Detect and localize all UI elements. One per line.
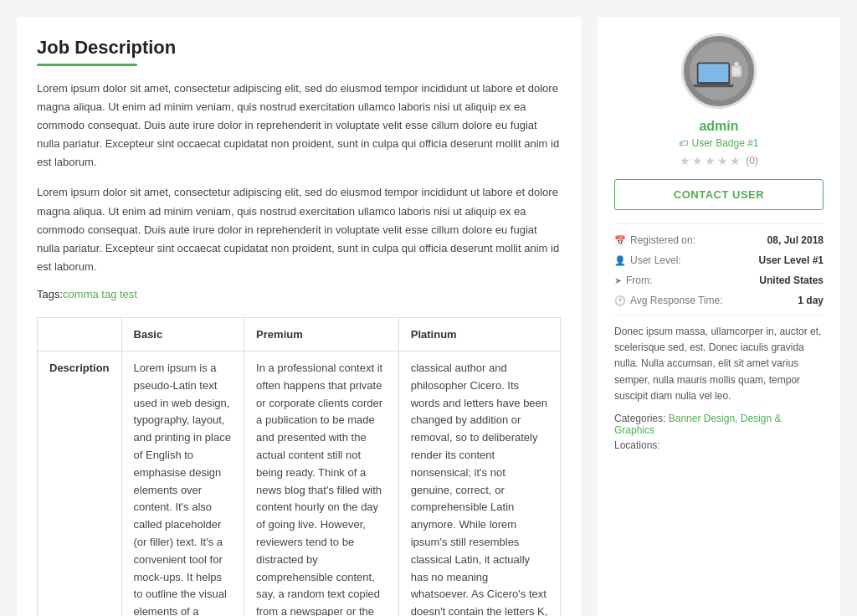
user-badge-text: User Badge #1: [691, 137, 758, 149]
description-row-label: Description: [38, 351, 122, 616]
registered-row: 📅 Registered on: 08, Jul 2018: [614, 234, 824, 246]
job-description-para-1: Lorem ipsum dolor sit amet, consectetur …: [37, 80, 561, 172]
job-description-para-2: Lorem ipsum dolor sit amet, consectetur …: [37, 183, 561, 275]
table-header-basic: Basic: [121, 317, 244, 351]
from-row: ➤ From: United States: [614, 275, 824, 286]
sidebar: admin 🏷 User Badge #1 ★ ★ ★ ★ ★ (0) CONT…: [598, 17, 840, 616]
user-meta: 📅 Registered on: 08, Jul 2018 👤 User Lev…: [614, 223, 824, 306]
avatar: [681, 33, 757, 109]
user-name: admin: [614, 119, 824, 134]
title-underline: [37, 64, 137, 66]
star-2: ★: [692, 154, 703, 167]
locations-line: Locations:: [614, 439, 824, 451]
table-header-empty: [38, 317, 122, 351]
star-3: ★: [705, 154, 716, 167]
user-icon: 👤: [614, 255, 626, 266]
badge-icon: 🏷: [679, 138, 688, 148]
registered-label: 📅 Registered on:: [614, 234, 695, 246]
from-value: United States: [759, 275, 824, 286]
avg-response-row: 🕐 Avg Response Time: 1 day: [614, 295, 824, 306]
from-label: ➤ From:: [614, 275, 652, 286]
tags-label: Tags:: [37, 288, 63, 300]
user-level-value: User Level #1: [759, 254, 824, 266]
rating-count: (0): [746, 155, 758, 167]
avg-response-label: 🕐 Avg Response Time:: [614, 295, 723, 306]
main-content: Job Description Lorem ipsum dolor sit am…: [17, 17, 581, 616]
star-rating: ★ ★ ★ ★ ★ (0): [614, 154, 824, 167]
calendar-icon: 📅: [614, 235, 626, 246]
desc-premium: In a professional context it often happe…: [244, 351, 399, 616]
table-header-premium: Premium: [244, 317, 399, 351]
table-header-platinum: Platinum: [398, 317, 560, 351]
svg-rect-2: [699, 64, 729, 82]
location-icon: ➤: [614, 275, 622, 286]
star-1: ★: [680, 154, 690, 167]
star-5: ★: [730, 154, 741, 167]
avg-response-value: 1 day: [798, 295, 824, 306]
registered-value: 08, Jul 2018: [767, 234, 824, 246]
tags-line: Tags:comma tag test: [37, 288, 561, 300]
contact-user-button[interactable]: CONTACT USER: [614, 179, 824, 210]
star-4: ★: [717, 154, 728, 167]
locations-label: Locations:: [614, 439, 660, 451]
categories-label: Categories:: [614, 413, 665, 424]
pricing-table: Basic Premium Platinum Description Lorem…: [37, 317, 561, 616]
svg-rect-5: [733, 68, 741, 75]
user-level-label: 👤 User Level:: [614, 254, 681, 266]
desc-basic: Lorem ipsum is a pseudo-Latin text used …: [121, 351, 244, 616]
page-wrapper: Job Description Lorem ipsum dolor sit am…: [0, 0, 857, 616]
desc-platinum: classical author and philosopher Cicero.…: [398, 351, 560, 616]
tags-value[interactable]: comma tag test: [63, 288, 137, 300]
avatar-wrapper: [614, 33, 824, 109]
user-level-row: 👤 User Level: User Level #1: [614, 254, 824, 266]
user-badge: 🏷 User Badge #1: [614, 137, 824, 149]
categories-line: Categories: Banner Design, Design & Grap…: [614, 413, 824, 436]
job-title: Job Description: [37, 37, 561, 59]
about-text: Donec ipsum massa, ullamcorper in, aucto…: [614, 315, 824, 404]
svg-point-6: [734, 62, 738, 66]
svg-rect-3: [693, 85, 733, 88]
clock-icon: 🕐: [614, 295, 626, 306]
